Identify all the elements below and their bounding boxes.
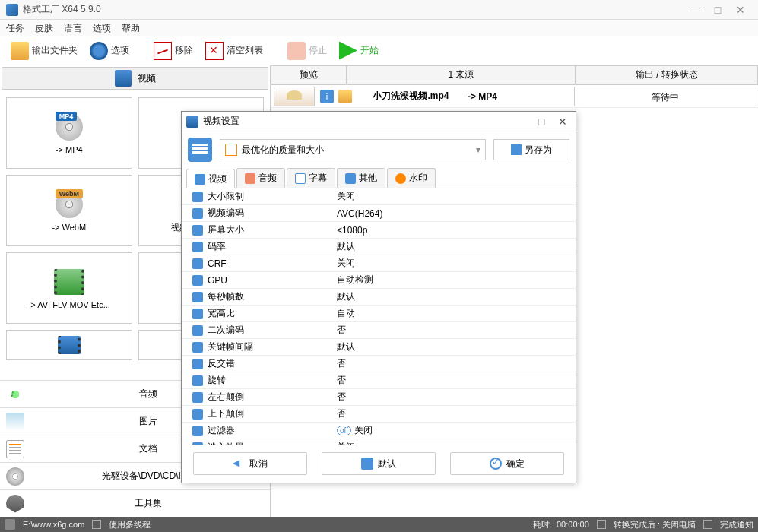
setting-value[interactable]: 默认 (334, 240, 576, 253)
output-folder-button[interactable]: 输出文件夹 (6, 39, 82, 63)
setting-value[interactable]: 否 (334, 357, 576, 370)
back-arrow-icon: ◀ (233, 458, 245, 470)
clear-list-button[interactable]: 清空列表 (201, 39, 268, 63)
open-folder-icon[interactable] (338, 90, 352, 103)
tab-audio[interactable]: 音频 (236, 168, 285, 188)
info-icon[interactable]: i (320, 90, 334, 103)
dialog-icon (186, 116, 198, 128)
setting-row[interactable]: GPU自动检测 (182, 272, 576, 289)
setting-row[interactable]: 关键帧间隔默认 (182, 339, 576, 356)
tab-other[interactable]: 其他 (337, 168, 385, 188)
stop-button[interactable]: 停止 (283, 39, 331, 63)
preview-thumb (274, 87, 315, 106)
dialog-title: 视频设置 (203, 115, 528, 128)
remove-icon (154, 42, 172, 60)
setting-row[interactable]: 屏幕大小<1080p (182, 222, 576, 239)
setting-row[interactable]: 二次编码否 (182, 322, 576, 339)
minimize-button[interactable]: — (683, 2, 706, 17)
setting-value[interactable]: 否 (334, 374, 576, 387)
tab-video[interactable]: 视频 (186, 169, 235, 188)
dialog-maximize-button[interactable]: □ (533, 116, 550, 128)
multithread-label: 使用多线程 (109, 519, 151, 530)
cancel-button[interactable]: ◀取消 (193, 452, 307, 475)
setting-icon (192, 258, 203, 269)
setting-row[interactable]: 左右颠倒否 (182, 389, 576, 406)
document-icon (6, 440, 24, 458)
setting-key: 视频编码 (208, 207, 244, 220)
setting-row[interactable]: 旋转否 (182, 372, 576, 389)
film-icon (115, 70, 132, 87)
video-settings-dialog: 视频设置 □ ✕ 最优化的质量和大小 ▾ 另存为 视频 音频 字幕 其他 水印 … (181, 111, 576, 483)
setting-key: 反交错 (208, 357, 235, 370)
setting-row[interactable]: 淡入效果关闭 (182, 439, 576, 445)
format-avi-etc[interactable]: -> AVI FLV MOV Etc... (6, 252, 132, 324)
col-source[interactable]: 1 来源 (347, 65, 576, 84)
setting-row[interactable]: 过滤器off关闭 (182, 423, 576, 439)
setting-row[interactable]: 上下颠倒否 (182, 406, 576, 423)
menu-help[interactable]: 帮助 (122, 22, 140, 35)
remove-button[interactable]: 移除 (149, 39, 198, 63)
other-tab-icon (345, 173, 356, 184)
setting-value[interactable]: 否 (334, 391, 576, 404)
menu-task[interactable]: 任务 (6, 22, 24, 35)
start-button[interactable]: 开始 (335, 39, 383, 63)
after-label: 转换完成后 : 关闭电脑 (614, 519, 696, 530)
setting-icon (192, 342, 203, 353)
setting-row[interactable]: 反交错否 (182, 356, 576, 372)
notify-label: 完成通知 (720, 519, 753, 530)
setting-key: 二次编码 (208, 324, 244, 337)
setting-value[interactable]: off关闭 (334, 424, 576, 437)
check-icon (490, 458, 502, 470)
setting-row[interactable]: 每秒帧数默认 (182, 289, 576, 306)
format-extra-1[interactable] (6, 330, 132, 360)
setting-value[interactable]: 关闭 (334, 257, 576, 270)
category-header-video[interactable]: 视频 (2, 67, 268, 90)
setting-value[interactable]: <1080p (334, 225, 576, 236)
tab-watermark[interactable]: 水印 (387, 168, 436, 188)
format-mp4[interactable]: MP4-> MP4 (6, 97, 132, 169)
menu-language[interactable]: 语言 (64, 22, 82, 35)
preset-icon (188, 138, 212, 162)
setting-value[interactable]: AVC(H264) (334, 208, 576, 219)
ok-button[interactable]: 确定 (450, 452, 564, 475)
setting-icon (192, 392, 203, 403)
close-button[interactable]: ✕ (729, 2, 752, 17)
watermark-tab-icon (395, 173, 406, 184)
setting-value[interactable]: 关闭 (334, 190, 576, 203)
col-output[interactable]: 输出 / 转换状态 (576, 65, 758, 84)
format-webm[interactable]: WebM-> WebM (6, 175, 132, 246)
notify-checkbox[interactable] (703, 520, 712, 529)
preset-dropdown[interactable]: 最优化的质量和大小 ▾ (220, 139, 486, 160)
setting-row[interactable]: CRF关闭 (182, 255, 576, 272)
setting-row[interactable]: 视频编码AVC(H264) (182, 205, 576, 222)
setting-icon (192, 309, 203, 319)
setting-value[interactable]: 自动 (334, 307, 576, 320)
setting-icon (192, 359, 203, 369)
setting-row[interactable]: 宽高比自动 (182, 306, 576, 322)
setting-value[interactable]: 否 (334, 324, 576, 337)
task-row[interactable]: i 小刀洗澡视频.mp4 -> MP4 等待中 (271, 85, 758, 108)
category-tools[interactable]: 工具集 (0, 489, 270, 517)
default-button[interactable]: 默认 (322, 452, 436, 475)
setting-key: 大小限制 (208, 190, 244, 203)
menu-skin[interactable]: 皮肤 (35, 22, 53, 35)
output-path[interactable]: E:\www.x6g.com (23, 520, 84, 529)
tab-subtitle[interactable]: 字幕 (287, 168, 335, 188)
save-as-button[interactable]: 另存为 (493, 139, 569, 160)
maximize-button[interactable]: □ (706, 2, 729, 17)
setting-value[interactable]: 默认 (334, 340, 576, 353)
setting-value[interactable]: 自动检测 (334, 274, 576, 287)
after-checkbox[interactable] (597, 520, 606, 529)
setting-value[interactable]: 否 (334, 407, 576, 420)
dialog-close-button[interactable]: ✕ (554, 116, 571, 128)
setting-row[interactable]: 码率默认 (182, 239, 576, 255)
toolbar: 输出文件夹 选项 移除 清空列表 停止 开始 (0, 36, 758, 65)
options-button[interactable]: 选项 (85, 39, 134, 63)
setting-key: 上下颠倒 (208, 407, 244, 420)
col-preview[interactable]: 预览 (271, 65, 347, 84)
setting-value[interactable]: 默认 (334, 290, 576, 303)
menu-options[interactable]: 选项 (93, 22, 111, 35)
setting-row[interactable]: 大小限制关闭 (182, 188, 576, 205)
setting-icon (192, 409, 203, 420)
multithread-checkbox[interactable] (92, 520, 101, 529)
